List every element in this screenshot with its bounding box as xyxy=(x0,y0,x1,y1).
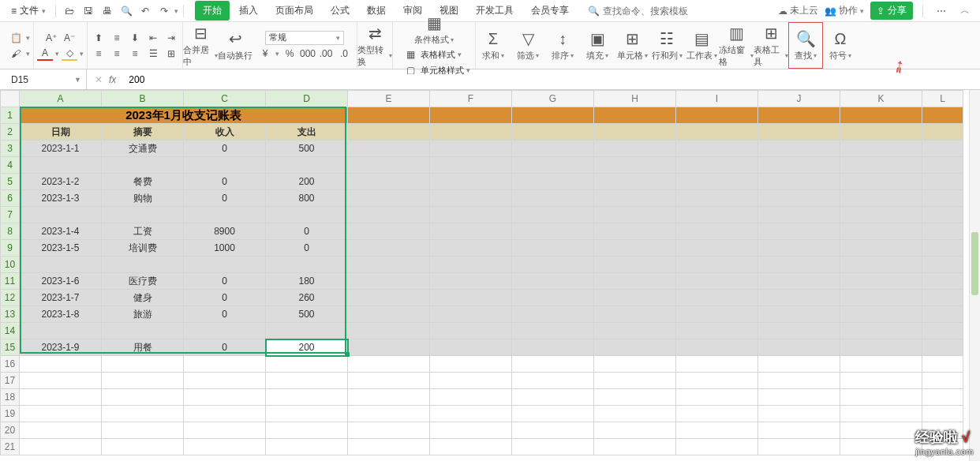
cell[interactable] xyxy=(430,323,512,339)
chevron-down-icon[interactable]: ▾ xyxy=(174,7,178,15)
cell[interactable] xyxy=(348,223,430,240)
cell[interactable] xyxy=(348,439,430,455)
cell[interactable] xyxy=(594,190,676,207)
row-header-9[interactable]: 9 xyxy=(1,240,20,257)
cell[interactable] xyxy=(20,406,102,422)
cell[interactable] xyxy=(840,141,922,157)
cell[interactable]: 500 xyxy=(266,141,348,157)
row-header-14[interactable]: 14 xyxy=(1,323,20,339)
cell[interactable] xyxy=(676,422,758,439)
cell[interactable] xyxy=(676,273,758,290)
cell[interactable] xyxy=(840,422,922,439)
cell[interactable] xyxy=(512,257,594,273)
cell[interactable]: 1000 xyxy=(184,240,266,257)
cell[interactable] xyxy=(348,141,430,157)
cell[interactable] xyxy=(430,240,512,257)
cell[interactable] xyxy=(430,439,512,455)
cell[interactable] xyxy=(840,240,922,257)
cell[interactable]: 用餐 xyxy=(102,339,184,356)
cell[interactable] xyxy=(348,207,430,223)
cell[interactable] xyxy=(20,389,102,406)
select-all-corner[interactable] xyxy=(1,91,20,107)
align-left-icon[interactable]: ≡ xyxy=(91,47,107,61)
share-button[interactable]: ⇪分享 xyxy=(870,2,913,20)
cell[interactable] xyxy=(594,439,676,455)
cell[interactable]: 0 xyxy=(184,290,266,306)
cell[interactable] xyxy=(922,207,963,223)
cell[interactable] xyxy=(840,323,922,339)
cell[interactable] xyxy=(922,290,963,306)
cell[interactable] xyxy=(266,373,348,389)
cell[interactable] xyxy=(676,356,758,373)
cell[interactable]: 培训费 xyxy=(102,240,184,257)
cell[interactable] xyxy=(758,356,840,373)
cell[interactable] xyxy=(676,373,758,389)
cell[interactable]: 2023-1-5 xyxy=(20,240,102,257)
col-header-I[interactable]: I xyxy=(676,91,758,107)
percent-icon[interactable]: % xyxy=(282,47,297,61)
sheet-button[interactable]: ▤工作表▾ xyxy=(684,22,719,69)
row-header-7[interactable]: 7 xyxy=(1,207,20,223)
cell[interactable] xyxy=(348,356,430,373)
col-header-D[interactable]: D xyxy=(266,91,348,107)
preview-icon[interactable]: 🔍 xyxy=(118,2,135,20)
cell[interactable]: 0 xyxy=(184,306,266,323)
cell[interactable] xyxy=(20,422,102,439)
col-header-H[interactable]: H xyxy=(594,91,676,107)
cell[interactable] xyxy=(676,207,758,223)
cell[interactable] xyxy=(922,306,963,323)
cell[interactable] xyxy=(758,373,840,389)
cell[interactable] xyxy=(840,356,922,373)
collab-button[interactable]: 👥协作▾ xyxy=(825,4,864,17)
cell[interactable] xyxy=(840,273,922,290)
cell[interactable] xyxy=(430,124,512,141)
chevron-down-icon[interactable]: ▾ xyxy=(275,50,279,58)
cell[interactable] xyxy=(922,406,963,422)
cell[interactable] xyxy=(840,223,922,240)
cell[interactable] xyxy=(512,223,594,240)
cell[interactable] xyxy=(184,439,266,455)
col-header-J[interactable]: J xyxy=(758,91,840,107)
tab-7[interactable]: 开发工具 xyxy=(468,1,522,21)
cell[interactable] xyxy=(594,174,676,190)
cell[interactable]: 8900 xyxy=(184,223,266,240)
row-header-17[interactable]: 17 xyxy=(1,373,20,389)
cell[interactable] xyxy=(512,406,594,422)
row-header-3[interactable]: 3 xyxy=(1,141,20,157)
row-header-6[interactable]: 6 xyxy=(1,190,20,207)
cell[interactable]: 健身 xyxy=(102,290,184,306)
cell[interactable] xyxy=(758,223,840,240)
col-header-E[interactable]: E xyxy=(348,91,430,107)
cell[interactable] xyxy=(758,406,840,422)
cell[interactable] xyxy=(430,273,512,290)
row-header-20[interactable]: 20 xyxy=(1,422,20,439)
cell[interactable] xyxy=(594,290,676,306)
row-header-12[interactable]: 12 xyxy=(1,290,20,306)
cell[interactable] xyxy=(758,141,840,157)
cell[interactable] xyxy=(512,373,594,389)
cell[interactable] xyxy=(676,124,758,141)
indent-inc-icon[interactable]: ⇥ xyxy=(163,31,179,45)
row-header-10[interactable]: 10 xyxy=(1,257,20,273)
cell[interactable]: 2023-1-1 xyxy=(20,141,102,157)
cell[interactable] xyxy=(266,439,348,455)
cell[interactable] xyxy=(594,107,676,124)
cell[interactable] xyxy=(840,339,922,356)
table-header[interactable]: 摘要 xyxy=(102,124,184,141)
cell[interactable] xyxy=(430,389,512,406)
fill-color-icon[interactable]: ◇ xyxy=(62,47,77,61)
cell[interactable] xyxy=(758,290,840,306)
undo-icon[interactable]: ↶ xyxy=(137,2,154,20)
cell[interactable] xyxy=(184,389,266,406)
cell[interactable] xyxy=(430,207,512,223)
cell[interactable]: 0 xyxy=(184,141,266,157)
cell[interactable] xyxy=(20,157,102,174)
cell[interactable] xyxy=(430,373,512,389)
col-header-F[interactable]: F xyxy=(430,91,512,107)
cell[interactable] xyxy=(512,207,594,223)
cell[interactable] xyxy=(676,107,758,124)
cell[interactable] xyxy=(512,306,594,323)
cell[interactable] xyxy=(922,157,963,174)
cell[interactable] xyxy=(840,439,922,455)
cell[interactable] xyxy=(512,422,594,439)
